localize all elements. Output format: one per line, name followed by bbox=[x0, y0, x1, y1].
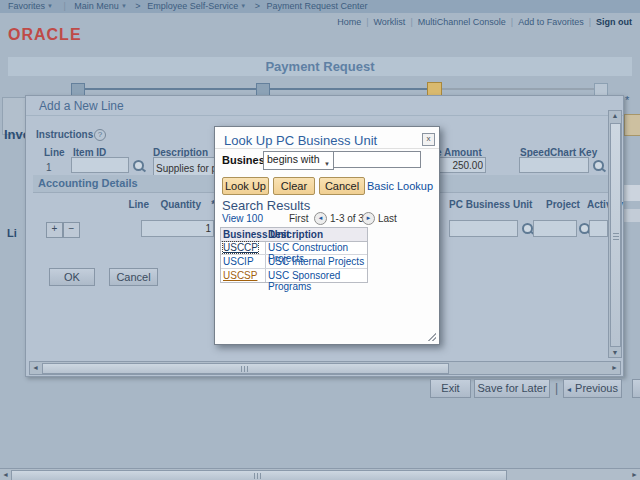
scroll-left-arrow[interactable]: ◄ bbox=[2, 471, 9, 478]
business-unit-link[interactable]: USCSP bbox=[223, 270, 257, 281]
footer-divider: | bbox=[555, 381, 558, 395]
table-row: USCIP USC Internal Projects bbox=[221, 255, 367, 268]
line-amount-input[interactable] bbox=[434, 157, 486, 173]
breadcrumb-payment-request-center: Payment Request Center bbox=[266, 0, 367, 13]
favorites-menu[interactable]: Favorites▼ bbox=[8, 0, 55, 13]
background-asterisk-fragment: * bbox=[625, 94, 629, 106]
cancel-button[interactable]: Cancel bbox=[109, 268, 158, 286]
previous-arrow-icon: ◂ bbox=[567, 385, 571, 394]
table-row: USCCP USC Construction Projects bbox=[221, 241, 367, 254]
scroll-up-arrow[interactable]: ▲ bbox=[609, 112, 621, 119]
page-title-bar: Payment Request bbox=[8, 57, 632, 76]
pc-business-unit-lookup-icon[interactable] bbox=[522, 223, 533, 234]
line-column-label: Line bbox=[44, 147, 65, 158]
grid-col-pc-business-unit: PC Business Unit bbox=[449, 199, 532, 210]
breadcrumb-employee-self-service[interactable]: Employee Self-Service▼ bbox=[147, 0, 248, 13]
view-100-link[interactable]: View 100 bbox=[222, 213, 263, 224]
grid-col-line: Line bbox=[124, 199, 149, 210]
modal-title: Add a New Line bbox=[39, 99, 124, 113]
modal-vertical-scrollbar[interactable]: ▲ ▼ bbox=[608, 110, 622, 358]
multichannel-console-link[interactable]: MultiChannel Console bbox=[418, 17, 506, 27]
table-header-row: Business Unit Description bbox=[221, 228, 367, 242]
link-divider: | bbox=[511, 17, 513, 27]
speedchart-lookup-icon[interactable] bbox=[593, 160, 604, 171]
look-up-button[interactable]: Look Up bbox=[222, 177, 269, 195]
remove-row-button[interactable]: − bbox=[63, 222, 80, 238]
partial-next-button[interactable] bbox=[632, 379, 640, 398]
lookup-cancel-button[interactable]: Cancel bbox=[319, 177, 365, 195]
clear-button[interactable]: Clear bbox=[273, 177, 315, 195]
page-horizontal-scrollbar[interactable]: ◄ ► bbox=[0, 468, 640, 480]
add-row-button[interactable]: + bbox=[46, 222, 63, 238]
scroll-right-arrow[interactable]: ► bbox=[631, 471, 638, 478]
scroll-left-arrow[interactable]: ◄ bbox=[32, 364, 39, 371]
grid-col-quantity: Quantity bbox=[159, 199, 201, 210]
result-range: 1-3 of 3 bbox=[330, 213, 364, 224]
business-unit-link[interactable]: USCIP bbox=[223, 256, 254, 267]
partial-background-button[interactable] bbox=[624, 114, 640, 136]
breadcrumb-bar: Favorites▼ | Main Menu▼ > Employee Self-… bbox=[0, 0, 640, 13]
scrollbar-thumb[interactable] bbox=[42, 363, 449, 374]
train-line-todo bbox=[440, 88, 596, 90]
exit-button[interactable]: Exit bbox=[430, 379, 471, 398]
pc-business-unit-input[interactable] bbox=[449, 220, 518, 237]
background-row-fragment bbox=[622, 209, 640, 222]
grid-col-project: Project bbox=[546, 199, 580, 210]
link-divider: | bbox=[410, 17, 412, 27]
resize-grip[interactable] bbox=[426, 332, 436, 341]
close-icon[interactable]: x bbox=[422, 133, 435, 146]
breadcrumb-divider: | bbox=[63, 0, 65, 13]
col-header-description[interactable]: Description bbox=[268, 229, 323, 240]
table-row: USCSP USC Sponsored Programs bbox=[221, 269, 367, 282]
instructions-label: Instructions bbox=[36, 129, 93, 140]
scrollbar-grip bbox=[613, 231, 619, 240]
item-id-input[interactable] bbox=[71, 157, 129, 173]
business-unit-link[interactable]: USCCP bbox=[223, 242, 258, 253]
basic-lookup-link[interactable]: Basic Lookup bbox=[367, 180, 433, 192]
line-number-value: 1 bbox=[46, 162, 52, 173]
scrollbar-grip bbox=[254, 473, 263, 479]
description-link[interactable]: USC Sponsored Programs bbox=[268, 270, 367, 292]
business-unit-search-input[interactable] bbox=[333, 151, 421, 168]
worklist-link[interactable]: Worklist bbox=[374, 17, 406, 27]
sign-out-link[interactable]: Sign out bbox=[596, 17, 632, 27]
chevron-down-icon: ▼ bbox=[240, 0, 246, 13]
lookup-dialog: Look Up PC Business Unit x Business Unit… bbox=[214, 126, 440, 345]
quantity-input[interactable] bbox=[141, 220, 214, 237]
speedchart-key-input[interactable] bbox=[519, 157, 589, 173]
search-results-title: Search Results bbox=[222, 198, 310, 213]
home-link[interactable]: Home bbox=[337, 17, 361, 27]
link-divider: | bbox=[366, 17, 368, 27]
add-to-favorites-link[interactable]: Add to Favorites bbox=[518, 17, 584, 27]
activity-input[interactable] bbox=[589, 220, 608, 237]
lookup-dialog-title: Look Up PC Business Unit bbox=[224, 133, 377, 148]
previous-page-icon[interactable]: ◄ bbox=[314, 212, 327, 225]
first-link[interactable]: First bbox=[289, 213, 308, 224]
line-label-fragment: Li bbox=[7, 227, 17, 239]
project-input[interactable] bbox=[533, 220, 577, 237]
screen: Favorites▼ | Main Menu▼ > Employee Self-… bbox=[0, 0, 640, 480]
save-for-later-button[interactable]: Save for Later bbox=[474, 379, 550, 398]
scroll-right-arrow[interactable]: ► bbox=[611, 364, 618, 371]
operator-select[interactable]: begins with▼ bbox=[263, 151, 334, 170]
scrollbar-thumb[interactable] bbox=[11, 470, 507, 480]
help-icon[interactable]: ? bbox=[94, 129, 106, 141]
main-menu[interactable]: Main Menu▼ bbox=[74, 0, 128, 13]
item-id-lookup-icon[interactable] bbox=[133, 160, 144, 171]
chevron-down-icon: ▼ bbox=[47, 0, 53, 13]
select-arrow-icon: ▼ bbox=[324, 157, 330, 172]
next-page-icon[interactable]: ► bbox=[362, 212, 375, 225]
link-divider: | bbox=[589, 17, 591, 27]
scrollbar-thumb[interactable] bbox=[610, 123, 621, 347]
ok-button[interactable]: OK bbox=[49, 268, 95, 286]
title-divider bbox=[215, 148, 439, 149]
header-links: Home|Worklist|MultiChannel Console|Add t… bbox=[0, 16, 632, 28]
last-link[interactable]: Last bbox=[378, 213, 397, 224]
modal-horizontal-scrollbar[interactable]: ◄ ► bbox=[29, 361, 621, 375]
scrollbar-grip bbox=[241, 366, 250, 372]
background-row-fragment bbox=[622, 185, 640, 201]
description-link[interactable]: USC Internal Projects bbox=[268, 256, 364, 267]
search-results-table: Business Unit Description USCCP USC Cons… bbox=[220, 227, 368, 283]
scroll-down-arrow[interactable]: ▼ bbox=[609, 349, 621, 356]
previous-button[interactable]: ◂Previous bbox=[563, 379, 622, 398]
